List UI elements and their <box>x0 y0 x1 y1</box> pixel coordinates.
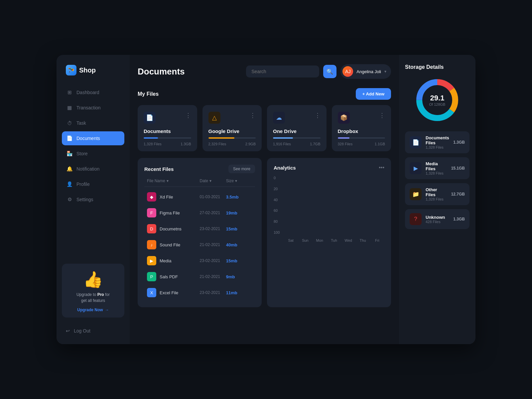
x-label: Thu <box>355 238 370 242</box>
chart-y-labels: 100806040200 <box>274 176 280 234</box>
app-container: 🪂 Shop ⊞Dashboard▦Transaction⏱Task📄Docum… <box>57 55 475 344</box>
sidebar-item-task[interactable]: ⏱Task <box>62 116 124 130</box>
file-size: 9mb <box>226 274 252 279</box>
sidebar-item-store[interactable]: 🏪Store <box>62 147 124 161</box>
progress-bar <box>273 137 321 139</box>
see-more-button[interactable]: See more <box>228 165 255 173</box>
analytics-header: Analytics ••• <box>274 165 384 171</box>
col-filename: File Name ▾ <box>147 179 200 183</box>
thumbs-up-icon: 👍 <box>67 270 119 289</box>
storage-item-name: Documents Files <box>426 135 449 145</box>
file-size: 3.5mb <box>226 195 252 200</box>
search-button[interactable]: 🔍 <box>323 65 336 78</box>
table-row[interactable]: ◆ Xd File 01-03-2021 3.5mb <box>144 189 255 205</box>
storage-title: Storage Details <box>405 64 469 70</box>
card-icon: △ <box>208 112 220 124</box>
file-card-one-drive[interactable]: ☁ ⋮ One Drive 1,916 Files 1.7GB <box>267 105 327 151</box>
file-size: 40mb <box>226 242 252 247</box>
add-new-label: + Add New <box>362 91 384 96</box>
file-size: 15mb <box>226 226 252 231</box>
storage-item-size: 1.3GB <box>453 217 465 221</box>
storage-item-name: Other Files <box>426 187 447 197</box>
sidebar-item-settings[interactable]: ⚙Settings <box>62 193 124 206</box>
donut-center: 29.1 Of 128GB <box>429 94 446 106</box>
card-name: Documents <box>144 128 191 134</box>
sidebar-item-profile[interactable]: 👤Profile <box>62 177 124 191</box>
card-files: 328 Files <box>338 142 353 146</box>
storage-item-other-files[interactable]: 📁 Other Files 1,328 Files 12.7GB <box>405 183 469 205</box>
user-chip[interactable]: AJ Angelina Joli ▾ <box>340 64 391 79</box>
card-menu-icon[interactable]: ⋮ <box>315 112 321 119</box>
file-type-icon: ◆ <box>147 192 156 201</box>
card-menu-icon[interactable]: ⋮ <box>250 112 256 119</box>
chart-area: 100806040200 SatSunMonTuhWedThuFri <box>274 176 384 242</box>
card-files: 2,329 Files <box>208 142 226 146</box>
dashboard-icon: ⊞ <box>66 89 72 95</box>
progress-fill <box>208 137 234 139</box>
file-date: 01-03-2021 <box>200 195 226 199</box>
logout-label: Log Out <box>74 328 90 333</box>
file-date: 27-02-2021 <box>200 210 226 215</box>
nav-items: ⊞Dashboard▦Transaction⏱Task📄Documents🏪St… <box>57 85 130 257</box>
sidebar-item-dashboard[interactable]: ⊞Dashboard <box>62 85 124 99</box>
logo-icon: 🪂 <box>66 65 76 75</box>
table-row[interactable]: F Figma File 27-02-2021 19mb <box>144 205 255 221</box>
card-files: 1,916 Files <box>273 142 291 146</box>
analytics-menu-icon[interactable]: ••• <box>379 165 384 171</box>
search-input[interactable] <box>246 66 319 77</box>
settings-icon: ⚙ <box>66 197 72 202</box>
file-name: Documetns <box>160 226 182 231</box>
file-cards: 📄 ⋮ Documents 1,328 Files 1.3GB △ ⋮ Goog… <box>138 105 391 151</box>
sidebar-item-transaction[interactable]: ▦Transaction <box>62 101 124 115</box>
card-menu-icon[interactable]: ⋮ <box>185 112 191 119</box>
table-row[interactable]: X Excel File 23-02-2021 11mb <box>144 285 255 301</box>
file-type-icon: P <box>147 272 156 281</box>
card-size: 1.7GB <box>310 142 320 146</box>
file-date: 23-02-2021 <box>200 258 226 263</box>
right-panel: Storage Details 29.1 Of 128GB 📄 Document… <box>399 55 475 344</box>
storage-item-count: 1,328 Files <box>426 145 449 149</box>
table-row[interactable]: ♪ Sound File 21-02-2021 40mb <box>144 237 255 253</box>
file-size: 11mb <box>226 290 252 295</box>
storage-item-count: 428 Files <box>426 220 449 224</box>
nav-label: Task <box>76 120 86 126</box>
file-card-dropbox[interactable]: 📦 ⋮ Dropbox 328 Files 1.1GB <box>332 105 391 151</box>
table-row[interactable]: P Sals PDF 21-02-2021 9mb <box>144 269 255 285</box>
file-name: Excel File <box>160 290 178 295</box>
notification-icon: 🔔 <box>66 166 72 172</box>
col-date: Date ▾ <box>200 179 226 183</box>
sort-icon: ▾ <box>209 179 211 183</box>
analytics-title: Analytics <box>274 165 296 171</box>
x-label: Fri <box>370 238 384 242</box>
logo: 🪂 Shop <box>57 65 130 85</box>
file-type-icon: D <box>147 224 156 233</box>
file-type-icon: ▶ <box>147 256 156 265</box>
file-date: 21-02-2021 <box>200 274 226 279</box>
table-row[interactable]: D Documetns 23-02-2021 15mb <box>144 221 255 237</box>
progress-bar <box>144 137 191 139</box>
storage-type-icon: ▶ <box>410 162 422 174</box>
table-row[interactable]: ▶ Media 23-02-2021 15mb <box>144 253 255 269</box>
file-name: Sals PDF <box>160 274 178 279</box>
storage-item-media-files[interactable]: ▶ Media Files 1,328 Files 15.1GB <box>405 157 469 179</box>
y-label: 80 <box>274 219 280 223</box>
sidebar-item-notification[interactable]: 🔔Notification <box>62 162 124 176</box>
col-size: Size ▾ <box>226 179 252 183</box>
storage-item-unknown[interactable]: ? Unknown 428 Files 1.3GB <box>405 209 469 229</box>
my-files-header: My Files + Add New <box>138 88 391 100</box>
upgrade-now-button[interactable]: Upgrade Now → <box>67 308 119 312</box>
sidebar-item-documents[interactable]: 📄Documents <box>62 131 124 145</box>
chevron-down-icon: ▾ <box>384 69 386 74</box>
storage-item-size: 15.1GB <box>451 166 465 171</box>
add-new-button[interactable]: + Add New <box>356 88 391 100</box>
file-card-google-drive[interactable]: △ ⋮ Google Drive 2,329 Files 2.9GB <box>202 105 262 151</box>
file-name: Figma File <box>160 210 180 215</box>
card-menu-icon[interactable]: ⋮ <box>379 112 385 119</box>
storage-item-documents-files[interactable]: 📄 Documents Files 1,328 Files 1.3GB <box>405 131 469 153</box>
file-card-documents[interactable]: 📄 ⋮ Documents 1,328 Files 1.3GB <box>138 105 197 151</box>
logout-button[interactable]: ↩ Log Out <box>57 324 130 337</box>
header-right: 🔍 AJ Angelina Joli ▾ <box>246 64 391 79</box>
y-label: 0 <box>274 176 280 180</box>
sort-icon: ▾ <box>167 179 169 183</box>
sort-icon: ▾ <box>235 179 237 183</box>
